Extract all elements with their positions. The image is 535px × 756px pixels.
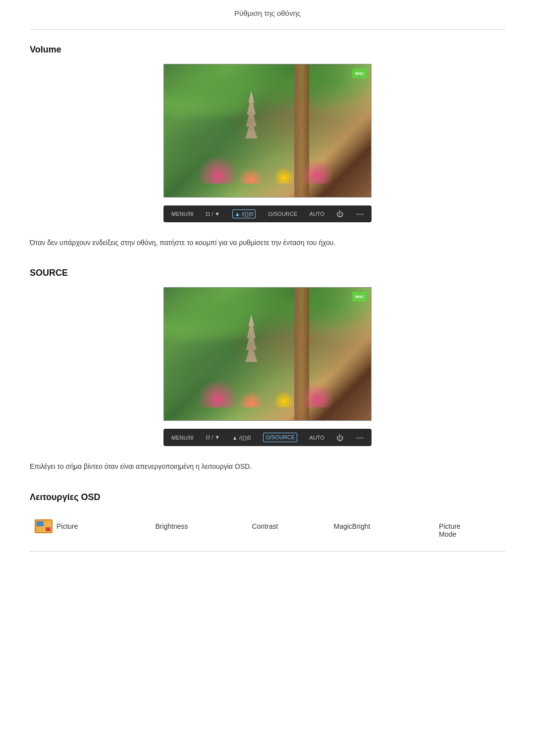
monitor-badge: BNC bbox=[352, 68, 367, 78]
ctrl-menu: MENU/III bbox=[171, 211, 194, 217]
ctrl-vol: ▲ /(())0 bbox=[232, 209, 256, 218]
osd-table: Picture Brightness Contrast MagicBright … bbox=[30, 511, 505, 541]
osd-col-contrast: Contrast bbox=[247, 511, 328, 541]
osd-picture-icon bbox=[35, 519, 53, 533]
osd-section: Λειτουργίες OSD Picture Brightness Contr… bbox=[30, 492, 505, 541]
source-title: SOURCE bbox=[30, 268, 505, 278]
source-ctrl-auto: AUTO bbox=[310, 435, 324, 441]
source-section: SOURCE BNC MENU/III ⊡ / ▼ ▲ /(())0 ⊡/SOU… bbox=[30, 268, 505, 472]
ctrl-auto: AUTO bbox=[310, 211, 324, 217]
ctrl-power: ⏻ bbox=[336, 210, 343, 218]
source-ctrl-vol: ▲ /(())0 bbox=[232, 435, 251, 441]
volume-section: Volume BNC MENU/III ⊡ / ▼ ▲ /(())0 ⊡/SOU… bbox=[30, 45, 505, 248]
osd-picture-label: Picture bbox=[56, 522, 78, 530]
volume-description: Όταν δεν υπάρχουν ενδείξεις στην οθόνη, … bbox=[30, 237, 416, 248]
source-ctrl-menu: MENU/III bbox=[171, 435, 194, 441]
source-monitor-screen: BNC bbox=[163, 287, 372, 421]
source-ctrl-power: ⏻ bbox=[336, 434, 343, 442]
volume-monitor-image: BNC bbox=[30, 64, 505, 198]
page-container: Ρύθμιση της οθόνης Volume BNC MENU/III ⊡… bbox=[0, 0, 535, 552]
ctrl-source: ⊡/SOURCE bbox=[268, 211, 297, 217]
source-monitor-badge: BNC bbox=[352, 292, 367, 302]
ctrl-nav: ⊡ / ▼ bbox=[206, 211, 220, 217]
source-ctrl-source: ⊡/SOURCE bbox=[263, 433, 297, 442]
osd-col-picture: Picture bbox=[30, 511, 150, 541]
volume-monitor-screen: BNC bbox=[163, 64, 372, 198]
osd-col-magicbright: MagicBright bbox=[328, 511, 434, 541]
bottom-divider bbox=[30, 551, 505, 552]
volume-control-bar-wrapper: MENU/III ⊡ / ▼ ▲ /(())0 ⊡/SOURCE AUTO ⏻ … bbox=[30, 205, 505, 227]
page-title: Ρύθμιση της οθόνης bbox=[234, 9, 301, 17]
osd-title: Λειτουργίες OSD bbox=[30, 492, 505, 503]
volume-control-bar: MENU/III ⊡ / ▼ ▲ /(())0 ⊡/SOURCE AUTO ⏻ … bbox=[163, 205, 372, 222]
source-ctrl-nav: ⊡ / ▼ bbox=[206, 434, 220, 441]
source-description: Επιλέγει το σήμα βίντεο όταν είναι απενε… bbox=[30, 461, 416, 472]
source-control-bar-wrapper: MENU/III ⊡ / ▼ ▲ /(())0 ⊡/SOURCE AUTO ⏻ … bbox=[30, 429, 505, 451]
osd-col-brightness: Brightness bbox=[150, 511, 247, 541]
source-ctrl-dash: — bbox=[356, 433, 364, 442]
osd-table-row: Picture Brightness Contrast MagicBright … bbox=[30, 511, 505, 541]
osd-picture-cell: Picture bbox=[35, 519, 145, 533]
ctrl-dash: — bbox=[356, 209, 364, 218]
volume-title: Volume bbox=[30, 45, 505, 55]
osd-col-picturemode: Picture Mode bbox=[434, 511, 505, 541]
source-monitor-image: BNC bbox=[30, 287, 505, 421]
page-header: Ρύθμιση της οθόνης bbox=[30, 0, 505, 30]
source-control-bar: MENU/III ⊡ / ▼ ▲ /(())0 ⊡/SOURCE AUTO ⏻ … bbox=[163, 429, 372, 446]
